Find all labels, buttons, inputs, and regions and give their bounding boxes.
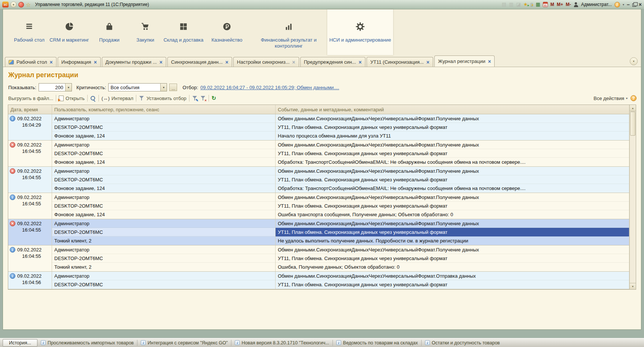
export-button[interactable]: Выгрузить в файл... — [8, 96, 53, 101]
event-line[interactable]: Обработка: ТранспортСообщенийОбменаEMAIL… — [276, 184, 629, 193]
user-line[interactable]: Фоновое задание, 124 — [52, 132, 275, 140]
severity-more-button[interactable]: ... — [169, 84, 177, 91]
add-favorite-icon[interactable]: ★▸ — [523, 2, 528, 7]
date-cell[interactable]: i09.02.202216:04:29 — [8, 114, 52, 140]
user-cell[interactable]: АдминистраторDESKTOP-2OMT6MC — [52, 272, 276, 289]
user-line[interactable]: Фоновое задание, 124 — [52, 158, 275, 166]
date-cell[interactable]: i09.02.202216:04:56 — [8, 272, 52, 289]
ribbon-section-cart[interactable]: Закупки — [127, 9, 163, 55]
tab-close-icon[interactable]: × — [359, 60, 362, 65]
user-line[interactable]: Администратор — [52, 167, 275, 175]
user-cell[interactable]: АдминистраторDESKTOP-2OMT6MCТонкий клиен… — [52, 245, 276, 271]
table-row[interactable]: ×09.02.202216:04:55АдминистраторDESKTOP-… — [8, 219, 629, 245]
tab-2[interactable]: Информация× — [58, 57, 101, 67]
event-line[interactable]: Обмен данными.СинхронизацияДанныхЧерезУн… — [276, 141, 629, 149]
edit-filter-button[interactable]: ✎ — [192, 96, 198, 101]
date-cell[interactable]: i09.02.202216:04:55 — [8, 245, 52, 271]
calculator-icon[interactable]: ▦ — [536, 2, 540, 7]
user-cell[interactable]: АдминистраторDESKTOP-2OMT6MCФоновое зада… — [52, 114, 276, 140]
notification-link[interactable]: iПрослеживаемость импортных товаров — [41, 340, 134, 346]
print-icon[interactable]: ▥ — [509, 2, 513, 7]
event-line[interactable]: Обмен данными.СинхронизацияДанныхЧерезУн… — [276, 245, 629, 254]
tab-8[interactable]: Журнал регистрации× — [434, 55, 495, 67]
interval-button[interactable]: (↔)Интервал — [101, 96, 133, 101]
ribbon-section-pie[interactable]: CRM и маркетинг — [47, 9, 91, 55]
current-user[interactable]: Администрат... — [581, 2, 612, 7]
tab-close-icon[interactable]: × — [488, 59, 491, 64]
tab-3[interactable]: Документы продажи ...× — [102, 57, 166, 67]
chevron-down-icon[interactable]: ▾ — [623, 3, 624, 6]
tab-close-icon[interactable]: × — [225, 60, 228, 65]
show-count-dropdown[interactable]: ▼ — [65, 84, 72, 91]
memory-m-button[interactable]: M — [550, 2, 554, 7]
user-line[interactable]: DESKTOP-2OMT6MC — [52, 228, 275, 236]
scroll-down-button[interactable]: ▼ — [630, 283, 636, 289]
event-line[interactable]: Не удалось выполнить получение данных. П… — [276, 236, 629, 245]
date-cell[interactable]: ×09.02.202216:04:55 — [8, 167, 52, 193]
all-actions-button[interactable]: Все действия▾ — [593, 96, 628, 101]
tab-close-icon[interactable]: × — [94, 60, 97, 65]
user-line[interactable]: Администратор — [52, 245, 275, 254]
user-line[interactable]: DESKTOP-2OMT6MC — [52, 254, 275, 263]
event-line[interactable]: УТ11, План обмена. Синхронизация данных … — [276, 254, 629, 263]
close-button[interactable]: × — [639, 2, 642, 7]
event-line[interactable]: Обмен данными.СинхронизацияДанныхЧерезУн… — [276, 114, 629, 123]
tab-close-icon[interactable]: × — [50, 60, 53, 65]
severity-field[interactable]: Все события ▼ — [108, 83, 167, 91]
user-line[interactable]: Администратор — [52, 141, 275, 149]
event-line[interactable]: Ошибка, Получение данных; Объектов обраб… — [276, 263, 629, 271]
user-line[interactable]: Тонкий клиент, 2 — [52, 263, 275, 271]
vertical-scrollbar[interactable]: ▲ ▼ — [629, 105, 636, 289]
notification-link[interactable]: iНовая версия 8.3.20.1710 "Технологич... — [235, 340, 329, 346]
event-cell[interactable]: Обмен данными.СинхронизацияДанныхЧерезУн… — [276, 245, 629, 271]
history-button[interactable]: История... — [3, 339, 37, 347]
event-line[interactable]: Начало процесса обмена данными для узла … — [276, 132, 629, 140]
set-filter-button[interactable]: Установить отбор — [139, 96, 186, 101]
column-event[interactable]: Событие, данные и метаданные, комментари… — [276, 105, 629, 114]
event-line[interactable]: Обработка: ТранспортСообщенийОбменаEMAIL… — [276, 158, 629, 166]
tab-overflow-button[interactable]: ▾ — [630, 57, 638, 65]
event-cell[interactable]: Обмен данными.СинхронизацияДанныхЧерезУн… — [276, 272, 629, 289]
event-cell[interactable]: Обмен данными.СинхронизацияДанныхЧерезУн… — [276, 114, 629, 140]
ribbon-section-gear[interactable]: НСИ и администрирование — [327, 9, 393, 55]
event-line[interactable]: УТ11, План обмена. Синхронизация данных … — [276, 149, 629, 158]
event-cell[interactable]: Обмен данными.СинхронизацияДанныхЧерезУн… — [276, 167, 629, 193]
column-user[interactable]: Пользователь, компьютер, приложение, сеа… — [52, 105, 276, 114]
open-button[interactable]: Открыть — [59, 96, 85, 101]
user-cell[interactable]: АдминистраторDESKTOP-2OMT6MCТонкий клиен… — [52, 219, 276, 245]
tab-6[interactable]: Предупреждения син...× — [300, 57, 366, 67]
event-line[interactable]: Обмен данными.СинхронизацияДанныхЧерезУн… — [276, 219, 629, 228]
column-date[interactable]: Дата, время — [8, 105, 52, 114]
support-circle-icon[interactable] — [18, 2, 24, 7]
event-cell[interactable]: Обмен данными.СинхронизацияДанныхЧерезУн… — [276, 141, 629, 166]
tab-7[interactable]: УТ11 (Синхронизация...× — [367, 57, 433, 67]
tab-close-icon[interactable]: × — [292, 60, 295, 65]
severity-dropdown[interactable]: ▼ — [160, 84, 167, 91]
user-line[interactable]: Администратор — [52, 193, 275, 202]
user-line[interactable]: Администратор — [52, 219, 275, 228]
minimize-button[interactable]: – — [627, 2, 630, 7]
service-info-icon[interactable]: i — [614, 2, 620, 7]
event-line[interactable]: УТ11, План обмена. Синхронизация данных … — [276, 123, 629, 132]
user-cell[interactable]: АдминистраторDESKTOP-2OMT6MCФоновое зада… — [52, 141, 276, 166]
show-count-field[interactable]: 200 ▼ — [39, 83, 72, 91]
notification-link[interactable]: iИнтеграция с сервисом "Яндекс GO" — [141, 340, 228, 346]
ribbon-section-ruble[interactable]: Казначейство — [204, 9, 250, 55]
event-line[interactable]: Обмен данными.СинхронизацияДанныхЧерезУн… — [276, 193, 629, 202]
restore-button[interactable] — [632, 3, 636, 7]
tab-close-icon[interactable]: × — [426, 60, 429, 65]
memory-mminus-button[interactable]: M- — [566, 2, 571, 7]
1c-logo-icon[interactable]: 1С — [2, 1, 9, 7]
filter-link[interactable]: 09.02.2022 16:04:27 - 09.02.2022 16:05:2… — [200, 85, 339, 90]
event-line[interactable]: УТ11, План обмена. Синхронизация данных … — [276, 280, 629, 289]
save-icon[interactable]: ▤ — [502, 2, 506, 7]
favorites-list-icon[interactable]: ▯★ — [530, 2, 533, 7]
date-cell[interactable]: i09.02.202216:04:55 — [8, 193, 52, 219]
event-line[interactable]: УТ11, План обмена. Синхронизация данных … — [276, 175, 629, 184]
user-line[interactable]: Тонкий клиент, 2 — [52, 236, 275, 245]
table-row[interactable]: i09.02.202216:04:29АдминистраторDESKTOP-… — [8, 114, 629, 141]
tab-close-icon[interactable]: × — [160, 60, 162, 65]
user-line[interactable]: DESKTOP-2OMT6MC — [52, 123, 275, 132]
event-line[interactable]: Ошибка транспорта сообщения, Получение д… — [276, 210, 629, 219]
tab-1[interactable]: Рабочий стол× — [5, 57, 57, 67]
